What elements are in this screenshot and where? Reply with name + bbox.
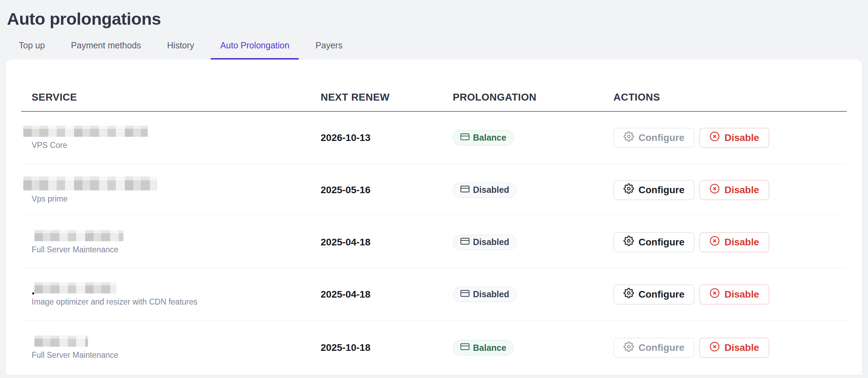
service-type-label: VPS Core: [32, 141, 321, 150]
table-header-row: SERVICE NEXT RENEW PROLONGATION ACTIONS: [21, 60, 847, 112]
disable-button[interactable]: Disable: [699, 284, 769, 305]
configure-label: Configure: [638, 237, 684, 248]
tabs-bar: Top up Payment methods History Auto Prol…: [9, 34, 868, 60]
tab-history[interactable]: History: [158, 34, 204, 60]
tab-auto-prolongation[interactable]: Auto Prolongation: [211, 34, 299, 60]
auto-prolongation-panel: SERVICE NEXT RENEW PROLONGATION ACTIONS …: [6, 60, 862, 375]
gear-icon: [624, 341, 634, 354]
gear-icon: [624, 236, 634, 249]
gear-icon: [624, 288, 634, 301]
configure-label: Configure: [638, 289, 684, 300]
table-row: Vps prime 2025-05-16 Disabled Configure …: [21, 164, 847, 216]
page-title: Auto prolongations: [7, 9, 868, 29]
circle-x-icon: [709, 131, 720, 144]
credit-card-icon: [460, 184, 469, 196]
table-row: Full Server Maintenance 2025-04-18 Disab…: [21, 216, 847, 268]
badge-label: Disabled: [473, 289, 509, 299]
badge-label: Balance: [473, 343, 506, 353]
disable-label: Disable: [724, 289, 759, 300]
badge-label: Disabled: [473, 237, 509, 247]
configure-button[interactable]: Configure: [613, 232, 694, 252]
redacted-service-name: [34, 336, 88, 347]
credit-card-icon: [460, 237, 469, 248]
redacted-service-name: [34, 230, 123, 241]
redacted-text-dot: [32, 292, 34, 294]
circle-x-icon: [709, 236, 720, 249]
service-cell: Full Server Maintenance: [21, 336, 321, 360]
table-row: Image optimizer and resizer with CDN fea…: [21, 268, 847, 321]
badge-label: Disabled: [473, 185, 509, 195]
table-row: VPS Core 2026-10-13 Balance Configure Di…: [21, 112, 847, 164]
service-cell: Image optimizer and resizer with CDN fea…: [21, 282, 321, 307]
disable-label: Disable: [724, 237, 759, 248]
table-row: Full Server Maintenance 2025-10-18 Balan…: [21, 321, 847, 375]
service-type-label: Full Server Maintenance: [32, 351, 321, 360]
column-header-actions: ACTIONS: [613, 92, 847, 111]
credit-card-icon: [460, 289, 469, 300]
gear-icon: [624, 183, 634, 196]
disable-button[interactable]: Disable: [699, 232, 769, 252]
disable-label: Disable: [724, 132, 759, 143]
prolongation-status-badge: Balance: [453, 130, 514, 145]
configure-label: Configure: [638, 184, 684, 196]
service-type-label: Vps prime: [32, 194, 321, 204]
circle-x-icon: [709, 288, 720, 301]
configure-button[interactable]: Configure: [613, 284, 694, 305]
tab-payers[interactable]: Payers: [306, 34, 352, 60]
badge-label: Balance: [473, 133, 506, 143]
next-renew-date: 2025-05-16: [321, 184, 453, 196]
redacted-service-name: [23, 126, 148, 137]
tab-payment-methods[interactable]: Payment methods: [62, 34, 151, 60]
service-type-label: Image optimizer and resizer with CDN fea…: [32, 297, 321, 307]
disable-label: Disable: [724, 184, 759, 196]
prolongation-status-badge: Disabled: [453, 182, 517, 198]
next-renew-date: 2025-04-18: [321, 237, 453, 248]
configure-button[interactable]: Configure: [613, 128, 694, 148]
configure-label: Configure: [638, 132, 684, 143]
tab-top-up[interactable]: Top up: [9, 34, 54, 60]
gear-icon: [624, 131, 634, 144]
redacted-service-name: [23, 176, 157, 190]
prolongation-status-badge: Disabled: [453, 287, 517, 302]
redacted-service-name: [34, 282, 116, 293]
service-type-label: Full Server Maintenance: [32, 245, 321, 254]
circle-x-icon: [709, 183, 720, 196]
next-renew-date: 2025-10-18: [321, 342, 453, 353]
prolongation-status-badge: Disabled: [453, 235, 517, 250]
prolongation-status-badge: Balance: [453, 340, 514, 355]
service-cell: Vps prime: [21, 176, 321, 204]
credit-card-icon: [460, 342, 469, 353]
disable-label: Disable: [724, 342, 759, 353]
next-renew-date: 2025-04-18: [321, 289, 453, 300]
configure-button[interactable]: Configure: [613, 338, 694, 358]
column-header-next-renew: NEXT RENEW: [321, 92, 453, 111]
column-header-prolongation: PROLONGATION: [453, 92, 613, 111]
configure-button[interactable]: Configure: [613, 180, 694, 200]
credit-card-icon: [460, 132, 469, 143]
disable-button[interactable]: Disable: [699, 338, 769, 358]
service-cell: VPS Core: [21, 126, 321, 150]
disable-button[interactable]: Disable: [699, 180, 769, 200]
service-cell: Full Server Maintenance: [21, 230, 321, 254]
column-header-service: SERVICE: [21, 92, 321, 111]
disable-button[interactable]: Disable: [699, 128, 769, 148]
next-renew-date: 2026-10-13: [321, 132, 453, 143]
configure-label: Configure: [638, 342, 684, 353]
circle-x-icon: [709, 341, 720, 354]
